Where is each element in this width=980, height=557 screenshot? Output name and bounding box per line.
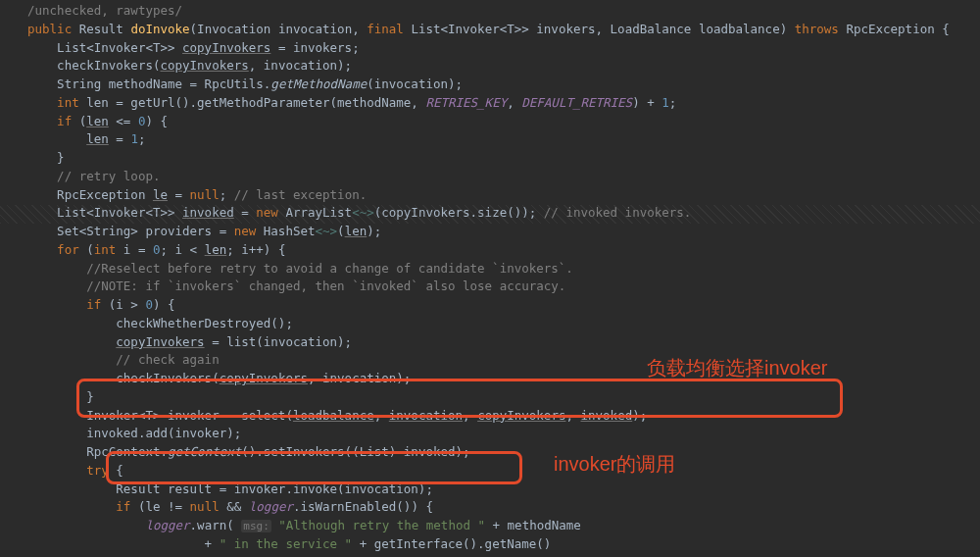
code-line: //NOTE: if `invokers` changed, then `inv… bbox=[27, 278, 980, 296]
code-line: logger.warn( msg: "Although retry the me… bbox=[27, 517, 980, 535]
code-line: RpcContext.getContext().setInvokers((Lis… bbox=[27, 443, 980, 462]
code-line: checkWhetherDestroyed(); bbox=[27, 315, 980, 333]
code-line: // check again bbox=[27, 351, 980, 370]
code-line: + " in the service " + getInterface().ge… bbox=[27, 535, 980, 554]
code-line: invoked.add(invoker); bbox=[27, 425, 980, 443]
code-editor[interactable]: /unchecked, rawtypes/ public Result doIn… bbox=[0, 0, 980, 557]
code-line: if (i > 0) { bbox=[27, 296, 980, 315]
code-line: len = 1; bbox=[27, 130, 980, 149]
code-line: } bbox=[27, 388, 980, 407]
code-line: try { bbox=[27, 462, 980, 481]
code-line: Set<String> providers = new HashSet<~>(l… bbox=[27, 223, 980, 241]
code-line: + " was successful by the provider " + i… bbox=[27, 554, 980, 558]
code-line: List<Invoker<T>> invoked = new ArrayList… bbox=[27, 204, 980, 223]
code-line: if (len <= 0) { bbox=[27, 113, 980, 131]
code-line: List<Invoker<T>> copyInvokers = invokers… bbox=[27, 39, 980, 58]
code-line: RpcException le = null; // last exceptio… bbox=[27, 186, 980, 205]
code-line: Result result = invoker.invoke(invocatio… bbox=[27, 481, 980, 499]
code-line: String methodName = RpcUtils.getMethodNa… bbox=[27, 76, 980, 94]
code-line: checkInvokers(copyInvokers, invocation); bbox=[27, 57, 980, 76]
code-line: copyInvokers = list(invocation); bbox=[27, 333, 980, 352]
code-line: checkInvokers(copyInvokers, invocation); bbox=[27, 370, 980, 388]
code-line: public Result doInvoke(Invocation invoca… bbox=[27, 21, 980, 39]
code-line: // retry loop. bbox=[27, 168, 980, 186]
code-line: //Reselect before retry to avoid a chang… bbox=[27, 260, 980, 278]
code-line: } bbox=[27, 149, 980, 168]
code-line: Invoker<T> invoker = select(loadbalance,… bbox=[27, 407, 980, 426]
code-line: for (int i = 0; i < len; i++) { bbox=[27, 241, 980, 260]
code-line: if (le != null && logger.isWarnEnabled()… bbox=[27, 498, 980, 517]
code-line: int len = getUrl().getMethodParameter(me… bbox=[27, 94, 980, 113]
code-line: /unchecked, rawtypes/ bbox=[27, 2, 980, 21]
